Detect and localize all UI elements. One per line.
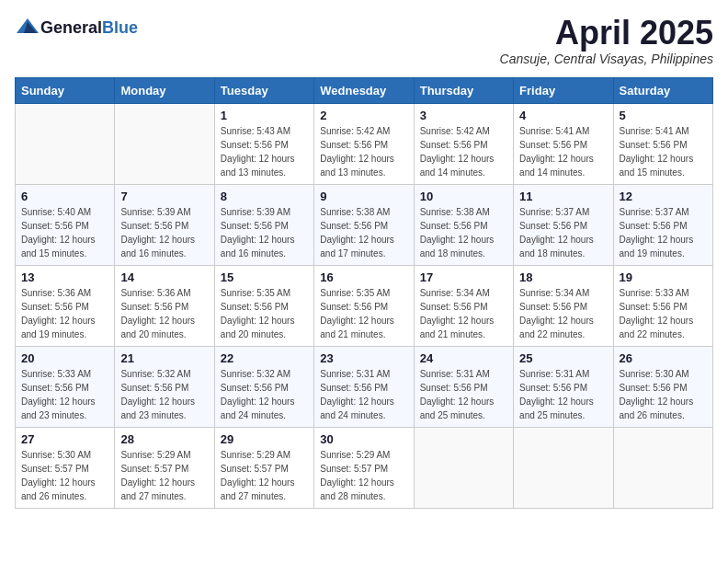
day-number: 24: [420, 351, 507, 365]
day-info: Sunrise: 5:35 AMSunset: 5:56 PMDaylight:…: [221, 286, 308, 341]
day-info: Sunrise: 5:42 AMSunset: 5:56 PMDaylight:…: [420, 124, 507, 179]
calendar-cell: 3Sunrise: 5:42 AMSunset: 5:56 PMDaylight…: [414, 103, 513, 184]
day-number: 28: [120, 432, 208, 446]
day-number: 17: [420, 270, 507, 284]
calendar-cell: 5Sunrise: 5:41 AMSunset: 5:56 PMDaylight…: [613, 103, 712, 184]
weekday-header-row: SundayMondayTuesdayWednesdayThursdayFrid…: [16, 77, 713, 103]
calendar-cell: [16, 103, 115, 184]
day-number: 22: [221, 351, 308, 365]
weekday-header-friday: Friday: [514, 77, 613, 103]
calendar-cell: 4Sunrise: 5:41 AMSunset: 5:56 PMDaylight…: [514, 103, 613, 184]
day-info: Sunrise: 5:32 AMSunset: 5:56 PMDaylight:…: [120, 367, 208, 422]
day-number: 8: [221, 190, 308, 203]
weekday-header-wednesday: Wednesday: [314, 77, 414, 103]
calendar-cell: 2Sunrise: 5:42 AMSunset: 5:56 PMDaylight…: [314, 103, 414, 184]
calendar-cell: 7Sunrise: 5:39 AMSunset: 5:56 PMDaylight…: [115, 184, 214, 265]
day-info: Sunrise: 5:42 AMSunset: 5:56 PMDaylight:…: [320, 124, 407, 179]
day-number: 3: [420, 109, 507, 122]
title-area: April 2025 Cansuje, Central Visayas, Phi…: [500, 15, 713, 66]
main-title: April 2025: [500, 15, 713, 52]
day-info: Sunrise: 5:41 AMSunset: 5:56 PMDaylight:…: [620, 124, 707, 179]
day-number: 21: [120, 351, 208, 365]
calendar-cell: 12Sunrise: 5:37 AMSunset: 5:56 PMDayligh…: [613, 184, 712, 265]
calendar-cell: 19Sunrise: 5:33 AMSunset: 5:56 PMDayligh…: [613, 265, 712, 346]
day-info: Sunrise: 5:29 AMSunset: 5:57 PMDaylight:…: [320, 448, 407, 503]
day-number: 7: [120, 190, 208, 203]
day-number: 5: [620, 109, 707, 122]
day-info: Sunrise: 5:37 AMSunset: 5:56 PMDaylight:…: [519, 205, 607, 260]
calendar-cell: 9Sunrise: 5:38 AMSunset: 5:56 PMDaylight…: [314, 184, 414, 265]
calendar-cell: [613, 427, 712, 508]
day-info: Sunrise: 5:32 AMSunset: 5:56 PMDaylight:…: [221, 367, 308, 422]
day-info: Sunrise: 5:31 AMSunset: 5:56 PMDaylight:…: [320, 367, 407, 422]
day-number: 4: [519, 109, 607, 122]
calendar-cell: 17Sunrise: 5:34 AMSunset: 5:56 PMDayligh…: [414, 265, 513, 346]
calendar-cell: 22Sunrise: 5:32 AMSunset: 5:56 PMDayligh…: [214, 346, 313, 427]
day-info: Sunrise: 5:33 AMSunset: 5:56 PMDaylight:…: [21, 367, 108, 422]
weekday-header-tuesday: Tuesday: [214, 77, 313, 103]
calendar-cell: 24Sunrise: 5:31 AMSunset: 5:56 PMDayligh…: [414, 346, 513, 427]
calendar-week-3: 13Sunrise: 5:36 AMSunset: 5:56 PMDayligh…: [16, 265, 713, 346]
day-info: Sunrise: 5:41 AMSunset: 5:56 PMDaylight:…: [519, 124, 607, 179]
day-info: Sunrise: 5:39 AMSunset: 5:56 PMDaylight:…: [120, 205, 208, 260]
day-number: 19: [620, 270, 707, 284]
calendar-cell: 18Sunrise: 5:34 AMSunset: 5:56 PMDayligh…: [514, 265, 613, 346]
day-number: 11: [519, 190, 607, 203]
day-info: Sunrise: 5:34 AMSunset: 5:56 PMDaylight:…: [420, 286, 507, 341]
calendar-week-4: 20Sunrise: 5:33 AMSunset: 5:56 PMDayligh…: [16, 346, 713, 427]
day-number: 26: [620, 351, 707, 365]
weekday-header-sunday: Sunday: [16, 77, 115, 103]
day-info: Sunrise: 5:43 AMSunset: 5:56 PMDaylight:…: [221, 124, 308, 179]
page-header: GeneralBlue April 2025 Cansuje, Central …: [15, 15, 713, 66]
calendar-cell: 6Sunrise: 5:40 AMSunset: 5:56 PMDaylight…: [16, 184, 115, 265]
calendar-week-5: 27Sunrise: 5:30 AMSunset: 5:57 PMDayligh…: [16, 427, 713, 508]
day-number: 14: [120, 270, 208, 284]
calendar-cell: 11Sunrise: 5:37 AMSunset: 5:56 PMDayligh…: [514, 184, 613, 265]
day-info: Sunrise: 5:39 AMSunset: 5:56 PMDaylight:…: [221, 205, 308, 260]
calendar-cell: 21Sunrise: 5:32 AMSunset: 5:56 PMDayligh…: [115, 346, 214, 427]
calendar-cell: [514, 427, 613, 508]
day-info: Sunrise: 5:31 AMSunset: 5:56 PMDaylight:…: [420, 367, 507, 422]
calendar-cell: 13Sunrise: 5:36 AMSunset: 5:56 PMDayligh…: [16, 265, 115, 346]
calendar-cell: 27Sunrise: 5:30 AMSunset: 5:57 PMDayligh…: [16, 427, 115, 508]
day-info: Sunrise: 5:36 AMSunset: 5:56 PMDaylight:…: [120, 286, 208, 341]
day-number: 12: [620, 190, 707, 203]
calendar-cell: [414, 427, 513, 508]
weekday-header-saturday: Saturday: [613, 77, 712, 103]
day-number: 20: [21, 351, 108, 365]
weekday-header-thursday: Thursday: [414, 77, 513, 103]
day-number: 9: [320, 190, 407, 203]
day-number: 16: [320, 270, 407, 284]
calendar-cell: 1Sunrise: 5:43 AMSunset: 5:56 PMDaylight…: [214, 103, 313, 184]
day-info: Sunrise: 5:29 AMSunset: 5:57 PMDaylight:…: [120, 448, 208, 503]
calendar-cell: 29Sunrise: 5:29 AMSunset: 5:57 PMDayligh…: [214, 427, 313, 508]
day-number: 1: [221, 109, 308, 122]
calendar-cell: 23Sunrise: 5:31 AMSunset: 5:56 PMDayligh…: [314, 346, 414, 427]
calendar-cell: 25Sunrise: 5:31 AMSunset: 5:56 PMDayligh…: [514, 346, 613, 427]
day-info: Sunrise: 5:33 AMSunset: 5:56 PMDaylight:…: [620, 286, 707, 341]
day-info: Sunrise: 5:35 AMSunset: 5:56 PMDaylight:…: [320, 286, 407, 341]
day-info: Sunrise: 5:30 AMSunset: 5:56 PMDaylight:…: [620, 367, 707, 422]
day-number: 18: [519, 270, 607, 284]
day-info: Sunrise: 5:38 AMSunset: 5:56 PMDaylight:…: [420, 205, 507, 260]
subtitle: Cansuje, Central Visayas, Philippines: [500, 52, 713, 66]
day-info: Sunrise: 5:37 AMSunset: 5:56 PMDaylight:…: [620, 205, 707, 260]
calendar-week-1: 1Sunrise: 5:43 AMSunset: 5:56 PMDaylight…: [16, 103, 713, 184]
day-info: Sunrise: 5:30 AMSunset: 5:57 PMDaylight:…: [21, 448, 108, 503]
day-info: Sunrise: 5:36 AMSunset: 5:56 PMDaylight:…: [21, 286, 108, 341]
logo-text-blue: Blue: [102, 18, 138, 37]
calendar-cell: 30Sunrise: 5:29 AMSunset: 5:57 PMDayligh…: [314, 427, 414, 508]
day-info: Sunrise: 5:29 AMSunset: 5:57 PMDaylight:…: [221, 448, 308, 503]
calendar-cell: 28Sunrise: 5:29 AMSunset: 5:57 PMDayligh…: [115, 427, 214, 508]
logo-icon: [15, 15, 40, 40]
day-info: Sunrise: 5:40 AMSunset: 5:56 PMDaylight:…: [21, 205, 108, 260]
day-number: 25: [519, 351, 607, 365]
calendar-week-2: 6Sunrise: 5:40 AMSunset: 5:56 PMDaylight…: [16, 184, 713, 265]
logo-text-general: General: [40, 18, 102, 37]
calendar-cell: [115, 103, 214, 184]
day-number: 15: [221, 270, 308, 284]
calendar-cell: 16Sunrise: 5:35 AMSunset: 5:56 PMDayligh…: [314, 265, 414, 346]
day-number: 2: [320, 109, 407, 122]
calendar-cell: 26Sunrise: 5:30 AMSunset: 5:56 PMDayligh…: [613, 346, 712, 427]
logo: GeneralBlue: [15, 15, 138, 40]
